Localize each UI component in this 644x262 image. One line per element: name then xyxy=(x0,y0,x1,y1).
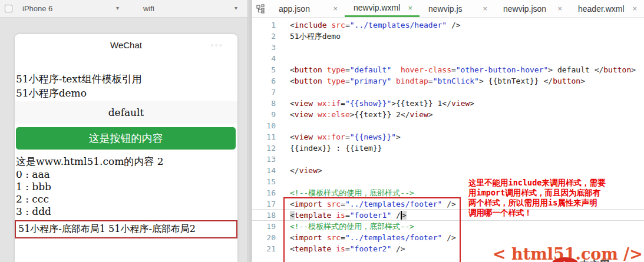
code-line[interactable]: 6<button type="primary" bindtap="btnClic… xyxy=(252,75,644,87)
code-token: < xyxy=(290,200,295,208)
code-line[interactable]: 19<!--模板样式的使用，底部样式--> xyxy=(252,221,644,232)
code-line[interactable]: 10 xyxy=(252,120,644,131)
code-text: <view wx:if="{{show}}">{{text}} 1</view> xyxy=(276,98,474,109)
code-token xyxy=(322,200,327,208)
code-line[interactable]: 20<import src="../templates/footer" /> xyxy=(252,232,644,243)
line-number: 2 xyxy=(252,31,276,42)
file-tree-toggle[interactable] xyxy=(252,0,270,17)
code-token: {{index}} : {{item}} xyxy=(290,144,382,152)
line-number: 10 xyxy=(252,120,276,131)
code-token: view xyxy=(299,166,318,175)
line-number: 13 xyxy=(252,154,276,165)
code-line[interactable]: 1<include src="../templates/header" /> xyxy=(252,19,644,31)
code-token: > xyxy=(391,99,396,108)
close-icon[interactable]: × xyxy=(632,4,637,13)
line-number: 21 xyxy=(252,243,276,254)
code-token: <!--模板样式的使用，底部样式--> xyxy=(290,222,414,231)
code-line[interactable]: 13 xyxy=(252,154,644,165)
code-token: hover-class xyxy=(401,65,451,74)
intro-line-1: 51小程序-text组件模板引用 xyxy=(16,72,237,86)
close-icon[interactable]: × xyxy=(333,4,338,13)
code-text xyxy=(276,120,290,131)
code-token: = xyxy=(451,65,456,74)
code-line[interactable]: 5<button type="default" hover-class="oth… xyxy=(252,64,644,75)
code-token xyxy=(447,21,451,29)
tab-header.wxml[interactable]: header.wxml× xyxy=(569,0,644,17)
code-text: <import src="../templates/footer" /> xyxy=(276,198,456,210)
device-frame-icon[interactable] xyxy=(5,5,12,12)
code-token: /> xyxy=(447,233,456,242)
tab-app.json[interactable]: app.json× xyxy=(270,0,345,17)
code-token xyxy=(322,233,327,242)
code-token: </ xyxy=(544,77,553,85)
default-button[interactable]: default xyxy=(15,101,237,124)
line-number: 14 xyxy=(252,165,276,176)
code-text: <button type="default" hover-class="othe… xyxy=(276,64,636,75)
close-icon[interactable]: × xyxy=(408,4,412,12)
code-token: "../templates/footer" xyxy=(345,233,442,242)
code-token: "other-button-hover" xyxy=(456,65,549,74)
code-line[interactable]: 7 xyxy=(252,87,644,98)
list-item: 1 : bbb xyxy=(16,181,237,193)
code-token: </ xyxy=(290,166,299,175)
code-token: = xyxy=(345,132,350,141)
code-line[interactable]: 3 xyxy=(252,42,644,53)
menu-dots-icon[interactable]: ••• xyxy=(210,34,223,57)
network-select[interactable]: wifi xyxy=(143,4,154,13)
tab-label: newvip.wxml xyxy=(354,3,400,12)
code-text: <template is="footer1" /> xyxy=(276,210,407,221)
code-editor[interactable]: 1<include src="../templates/header" />25… xyxy=(252,18,644,262)
line-number: 5 xyxy=(252,64,276,75)
code-token xyxy=(442,233,447,242)
code-token: > xyxy=(396,132,401,141)
line-number: 1 xyxy=(252,19,276,31)
code-line[interactable]: 12{{index}} : {{item}} xyxy=(252,142,644,154)
watermark: < html51.com /> php 中文网 xyxy=(493,245,643,262)
tab-newvip.js[interactable]: newvip.js× xyxy=(420,0,494,17)
code-token xyxy=(313,110,318,119)
code-token: template xyxy=(295,211,332,220)
annotation-line: 调用哪一个样式！ xyxy=(468,208,644,218)
code-token: src xyxy=(327,233,341,242)
line-number: 20 xyxy=(252,232,276,243)
code-text xyxy=(276,53,290,64)
code-token xyxy=(313,132,318,141)
code-token: button xyxy=(295,65,322,74)
code-line[interactable]: 251小程序demo xyxy=(252,31,644,42)
close-icon[interactable]: × xyxy=(483,4,487,13)
code-token: < xyxy=(290,110,295,119)
code-line[interactable]: 11<view wx:for="{{news}}"> xyxy=(252,131,644,142)
code-token: wx:if xyxy=(318,99,341,108)
code-line[interactable]: 8<view wx:if="{{show}}">{{text}} 1</view… xyxy=(252,98,644,109)
code-lines: 1<include src="../templates/header" />25… xyxy=(252,18,644,254)
code-token: include xyxy=(295,21,327,29)
close-icon[interactable]: × xyxy=(557,4,562,13)
code-token: = xyxy=(345,21,350,29)
code-line[interactable]: 4 xyxy=(252,53,644,64)
app-window: iPhone 6 ▾ wifi ▾ WeChat ••• 51小程序-text组… xyxy=(0,0,644,262)
code-text: <view wx:for="{{news}}"> xyxy=(276,131,401,142)
code-text: <template is="footer2" /> xyxy=(276,243,405,254)
list-item: 2 : ccc xyxy=(16,193,237,205)
tab-newvip.wxml[interactable]: newvip.wxml× xyxy=(345,0,420,17)
tab-newvip.json[interactable]: newvip.json× xyxy=(494,0,569,17)
code-token: < xyxy=(290,99,295,108)
tab-label: newvip.js xyxy=(428,4,463,14)
primary-button[interactable]: 这是按钮的内容 xyxy=(16,127,236,150)
code-line[interactable]: 9<view wx:else>{{text}} 2</view> xyxy=(252,109,644,120)
code-token: button xyxy=(603,65,631,74)
phone-content: 51小程序-text组件模板引用 51小程序demo default 这是按钮的… xyxy=(15,72,237,238)
code-token: type xyxy=(327,77,345,85)
code-token: < xyxy=(290,21,295,29)
code-token: < xyxy=(290,65,295,74)
panel-divider[interactable] xyxy=(247,0,252,262)
code-token: bindtap xyxy=(396,77,428,85)
line-number: 9 xyxy=(252,109,276,120)
code-token: wx:else xyxy=(318,110,350,119)
code-token: view xyxy=(295,99,313,108)
device-select[interactable]: iPhone 6 xyxy=(22,4,52,13)
code-line[interactable]: 14</view> xyxy=(252,165,644,176)
code-token: {{text}} 1 xyxy=(396,99,442,108)
intro-line-2: 51小程序demo xyxy=(16,86,237,100)
code-token: import xyxy=(295,200,322,208)
